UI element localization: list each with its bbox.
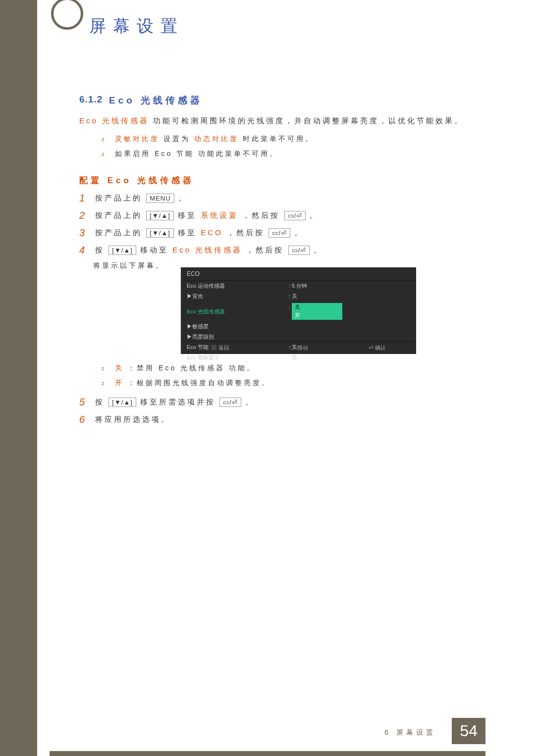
step-text: 将应用所选选项。: [95, 415, 170, 423]
osd-row: ▶背光: 关: [181, 291, 416, 302]
bullet-text: 时此菜单不可用。: [243, 135, 314, 143]
bullet-text: 设置为: [163, 135, 190, 143]
osd-option-off: 关: [292, 303, 342, 311]
page-strip: [37, 0, 50, 756]
step-text: 移至所需选项并按: [140, 398, 215, 406]
steps-list-2: 5 按 [▼/▲] 移至所需选项并按 ▭/⏎ 。 6 将应用所选选项。: [79, 396, 255, 430]
osd-label: Eco 图标显示: [181, 353, 283, 363]
osd-label: ▶背光: [181, 291, 283, 302]
step-text: 按产品上的: [95, 194, 142, 202]
footer-chapter-text: 6 屏幕设置: [384, 728, 436, 737]
step-text: 。: [314, 246, 323, 254]
step-number: 1: [79, 192, 93, 204]
step-text: ，然后按: [242, 211, 280, 219]
bullet-row: z 开 ：根据周围光线强度自动调整亮度。: [102, 379, 270, 388]
chapter-title: 屏幕设置: [89, 15, 184, 38]
bullet-text: 如果启用: [115, 150, 151, 157]
osd-value: : 关: [283, 353, 416, 363]
osd-label: ▶亮度级别: [181, 332, 283, 342]
arrow-buttons: [▼/▲]: [146, 228, 174, 238]
page-number: 54: [452, 718, 485, 744]
chapter-icon: [51, 0, 83, 30]
step-6: 6 将应用所选选项。: [79, 413, 255, 425]
arrow-buttons: [▼/▲]: [108, 246, 136, 255]
section-number: 6.1.2: [79, 94, 103, 105]
bullet-bold: Eco 光线传感器: [159, 364, 225, 372]
step-text: 。: [294, 228, 304, 237]
osd-value-selected: : 关 开: [283, 302, 416, 321]
enter-source-icon: ▭/⏎: [288, 246, 310, 255]
step-body: 按 [▼/▲] 移动至 Eco 光线传感器 ，然后按 ▭/⏎ 。: [95, 244, 323, 256]
step-text: 移至: [178, 228, 197, 237]
step-text: 移动至: [140, 246, 168, 254]
steps-list: 1 按产品上的 MENU 。 2 按产品上的 [▼/▲] 移至 系统设置 ，然后…: [79, 192, 323, 270]
osd-row-selected: Eco 光线传感器 : 关 开: [181, 302, 416, 321]
osd-ok-label: 确认: [375, 345, 386, 351]
bullet-marker: z: [102, 151, 107, 157]
left-margin-bar: [0, 0, 37, 756]
menu-button-label: MENU: [146, 194, 174, 203]
desc-highlight: Eco 光线传感器: [79, 116, 149, 125]
osd-value: : 关: [283, 291, 416, 302]
enter-source-icon: ▭/⏎: [219, 398, 241, 407]
bullet-text: ：禁用: [128, 364, 155, 372]
section-title: Eco 光线传感器: [109, 94, 203, 107]
bullet-orange: 关: [115, 364, 124, 372]
osd-value: [283, 332, 416, 342]
step-3: 3 按产品上的 [▼/▲] 移至 ECO ，然后按 ▭/⏎ 。: [79, 227, 323, 239]
step-1: 1 按产品上的 MENU 。: [79, 192, 323, 204]
step-number: 2: [79, 209, 93, 221]
osd-title: ECO: [181, 267, 416, 281]
page-content: 屏幕设置 6.1.2 Eco 光线传感器 Eco 光线传感器 功能可检测周围环境…: [50, 0, 485, 751]
osd-back-label: 返回: [218, 345, 229, 351]
bullet-marker: z: [102, 380, 107, 386]
osd-row: ▶亮度级别: [181, 332, 416, 342]
bullet-row: z 灵敏对比度 设置为 动态对比度 时此菜单不可用。: [102, 135, 314, 144]
step-2: 2 按产品上的 [▼/▲] 移至 系统设置 ，然后按 ▭/⏎ 。: [79, 209, 323, 222]
note-bullets-top: z 灵敏对比度 设置为 动态对比度 时此菜单不可用。 z 如果启用 Eco 节能…: [102, 135, 314, 164]
step-text: 按产品上的: [95, 211, 142, 219]
step-text: 。: [310, 211, 319, 219]
note-bullets-after: z 关 ：禁用 Eco 光线传感器 功能。 z 开 ：根据周围光线强度自动调整亮…: [102, 364, 270, 394]
desc-text: 功能可检测周围环境的光线强度，并自动调整屏幕亮度，以优化节能效果。: [153, 116, 464, 125]
step-body: 按产品上的 [▼/▲] 移至 ECO ，然后按 ▭/⏎ 。: [95, 227, 304, 239]
step-4: 4 按 [▼/▲] 移动至 Eco 光线传感器 ，然后按 ▭/⏎ 。: [79, 244, 323, 256]
arrow-buttons: [▼/▲]: [108, 398, 136, 407]
step-highlight: Eco 光线传感器: [172, 246, 242, 254]
step-text: 移至: [178, 211, 197, 219]
bullet-row: z 如果启用 Eco 节能 功能此菜单不可用。: [102, 150, 314, 158]
osd-label-selected: Eco 光线传感器: [181, 302, 283, 321]
osd-value: [283, 321, 416, 332]
osd-move-label: 移动: [297, 345, 308, 351]
arrow-buttons: [▼/▲]: [146, 211, 174, 220]
bullet-text: ：根据周围光线强度自动调整亮度。: [128, 379, 270, 387]
bullet-text: 功能。: [229, 364, 256, 372]
bullet-orange: 动态对比度: [194, 135, 239, 143]
osd-option-on: 开: [292, 311, 342, 320]
osd-value: : 5 分钟: [283, 281, 416, 291]
bullet-marker: z: [102, 365, 107, 371]
bullet-row: z 关 ：禁用 Eco 光线传感器 功能。: [102, 364, 270, 373]
step-highlight: ECO: [201, 228, 223, 237]
step-number: 4: [79, 244, 93, 256]
step-text: ，然后按: [227, 228, 265, 237]
enter-source-icon: ▭/⏎: [284, 211, 306, 220]
step-highlight: 系统设置: [201, 211, 238, 219]
osd-move: ◇ 移动: [290, 344, 308, 352]
osd-label: ▶敏感度: [181, 321, 283, 332]
step-body: 将应用所选选项。: [95, 413, 170, 425]
page-bottom-bar: [50, 751, 485, 756]
osd-back: ▥ 返回: [211, 344, 229, 352]
osd-row: ▶敏感度: [181, 321, 416, 332]
step-body: 按 [▼/▲] 移至所需选项并按 ▭/⏎ 。: [95, 396, 255, 408]
bullet-orange: 开: [115, 379, 124, 387]
bullet-text: 功能此菜单不可用。: [198, 150, 278, 157]
osd-screenshot: ECO Eco 运动传感器: 5 分钟 ▶背光: 关 Eco 光线传感器 : 关…: [181, 267, 416, 354]
step-number: 6: [79, 413, 93, 425]
osd-label: Eco 运动传感器: [181, 281, 283, 291]
osd-row: Eco 运动传感器: 5 分钟: [181, 281, 416, 291]
step-text: 。: [245, 398, 255, 406]
step-text: 。: [178, 194, 188, 202]
bullet-orange: 灵敏对比度: [115, 135, 160, 143]
osd-row: Eco 图标显示: 关: [181, 353, 416, 363]
